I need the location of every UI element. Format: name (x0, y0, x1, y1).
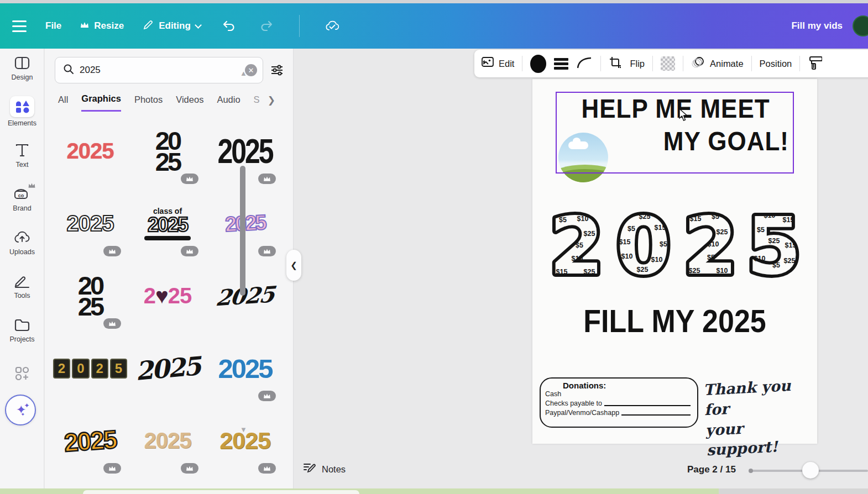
elements-panel: 2025 ✕ AllGraphicsPhotosVideosAudioS❯ 20… (45, 49, 294, 488)
graphic-result-hand[interactable]: 2025 (129, 332, 206, 404)
graphic-result-tiles[interactable]: 2025 (51, 332, 129, 404)
cloud-save-status-icon[interactable] (323, 17, 342, 35)
thanks-line1: Thank you for (703, 375, 815, 421)
page-indicator: Page 2 / 15 (687, 464, 736, 475)
redo-button[interactable] (257, 17, 276, 35)
brand-icon: co (13, 186, 32, 202)
ai-assistant-button[interactable]: ✦✦✦ (5, 395, 36, 425)
selection-outline[interactable] (556, 92, 794, 174)
graphic-result-stack[interactable]: 20 25 (51, 260, 129, 332)
graphic-2025-grad: class of2025 (144, 207, 191, 240)
document-title[interactable]: Fill my vids (791, 20, 843, 31)
graphic-result-blue[interactable]: 2025 (206, 332, 284, 404)
sidebar-item-projects[interactable]: Projects (0, 311, 44, 349)
sidebar-item-tools[interactable]: Tools (0, 267, 44, 306)
curve-style-button[interactable] (576, 55, 593, 72)
scroll-up-arrow[interactable]: ▲ (240, 69, 247, 77)
notes-icon (303, 462, 316, 476)
sidebar-item-text[interactable]: Text (0, 136, 44, 175)
search-input[interactable]: 2025 ✕ (55, 57, 263, 83)
graphic-2025-blue: 2025 (218, 353, 271, 384)
graphic-2025-red: 2025 (67, 139, 114, 164)
tab-videos[interactable]: Videos (176, 94, 203, 111)
sparkle-icon: ✦ (24, 402, 29, 409)
tab-all[interactable]: All (58, 94, 68, 111)
sidebar-item-design[interactable]: Design (0, 49, 44, 87)
fundraiser-digits[interactable]: 2$5$10$25$5$10$15$250$25$5$15$15$5$10$10… (538, 205, 813, 288)
resize-button[interactable]: Resize (80, 20, 124, 31)
elements-icon (10, 96, 34, 117)
panel-collapse-handle[interactable]: ❮ (286, 250, 301, 281)
toolbar-separator (522, 56, 522, 71)
tab-graphics[interactable]: Graphics (81, 93, 121, 112)
position-button[interactable]: Position (760, 59, 792, 69)
file-menu-button[interactable]: File (45, 20, 61, 31)
filter-button[interactable] (269, 62, 285, 78)
dollar-segment-label: $10 (713, 267, 731, 275)
apps-icon (13, 365, 32, 382)
color-swatch-button[interactable] (530, 55, 546, 73)
fill-my-2025-text[interactable]: FILL MY 2025 (532, 302, 817, 339)
premium-crown-badge (181, 174, 198, 184)
sidebar-item-elements[interactable]: Elements (0, 92, 44, 131)
notes-button[interactable]: Notes (303, 462, 346, 476)
main-menu-button[interactable] (12, 20, 27, 32)
graphic-result-balloon[interactable]: 2025 (129, 404, 206, 477)
copy-style-icon[interactable] (808, 55, 822, 72)
dollar-segment-label: $25 (580, 268, 599, 276)
dollar-segment-label: $5 (751, 226, 770, 234)
dollar-segment-label: $5 (706, 213, 725, 220)
sidebar-item-uploads[interactable]: Uploads (0, 223, 44, 262)
edit-image-button[interactable]: Edit (481, 56, 514, 71)
scroll-down-arrow[interactable]: ▼ (240, 425, 247, 434)
dollar-segment-label: $25 (580, 230, 599, 238)
dollar-segment-label: $15 (615, 238, 634, 246)
design-page[interactable]: HELP ME MEET MY GOAL! 2$5$10$25$5$10$15$… (532, 79, 817, 444)
chevron-right-icon[interactable]: ❯ (268, 94, 275, 106)
tab-photos[interactable]: Photos (134, 94, 163, 111)
slider-start-dot (749, 469, 753, 473)
money-digit-0: 0$25$5$15$15$5$10$10$25 (612, 205, 675, 287)
dollar-segment-label: $5 (702, 254, 720, 261)
graphics-results-grid: 202520 2520252025class of2025202520 252♥… (45, 112, 293, 477)
donations-box[interactable]: Donations: Cash Checks payable to Paypal… (540, 377, 698, 428)
transparency-button[interactable] (661, 56, 675, 71)
dollar-segment-label: $10 (573, 215, 592, 223)
zoom-slider-thumb[interactable] (802, 462, 819, 479)
crop-button[interactable] (609, 56, 622, 71)
notes-label: Notes (322, 464, 346, 475)
graphic-result-red[interactable]: 2025 (51, 115, 129, 187)
editing-mode-dropdown[interactable]: Editing (143, 19, 201, 33)
graphic-result-stack[interactable]: 20 25 (129, 115, 206, 187)
graphic-result-grad[interactable]: class of2025 (129, 187, 206, 260)
dollar-segment-label: $25 (685, 267, 704, 275)
taskbar-edge-strip (0, 488, 868, 494)
sidebar-item-apps[interactable] (0, 354, 44, 393)
panel-scrollbar[interactable] (240, 166, 245, 296)
top-bar: File Resize Editing (0, 3, 868, 49)
flip-button[interactable]: Flip (630, 59, 645, 69)
graphic-result-sketch[interactable]: 2025 (51, 187, 129, 260)
graphic-result-heart[interactable]: 2♥25 (129, 260, 206, 332)
tab-s[interactable]: S (254, 94, 260, 111)
account-avatar[interactable] (853, 15, 868, 36)
dollar-segment-label: $15 (651, 224, 670, 232)
toolbar-separator (683, 56, 683, 71)
undo-button[interactable] (219, 17, 238, 35)
animate-button[interactable]: Animate (691, 56, 744, 71)
edit-image-label: Edit (499, 59, 514, 69)
graphic-result-gold[interactable]: 2025 (206, 404, 284, 477)
tab-audio[interactable]: Audio (217, 94, 240, 111)
thank-you-script-text[interactable]: Thank you for your support! (703, 375, 817, 461)
graphic-result-cartoon[interactable]: 2025 (51, 404, 129, 477)
graphic-2025-tiles: 2025 (53, 359, 127, 379)
sidebar-item-brand[interactable]: coBrand (0, 180, 44, 218)
resize-label: Resize (94, 20, 124, 31)
graphic-2025-stack: 20 25 (78, 275, 102, 317)
line-weight-button[interactable] (554, 56, 568, 71)
toolbar-separator (652, 56, 653, 71)
animate-icon (691, 56, 705, 71)
dollar-segment-label: $10 (618, 253, 636, 260)
svg-text:co: co (18, 193, 24, 198)
dollar-segment-label: $10 (568, 255, 587, 262)
